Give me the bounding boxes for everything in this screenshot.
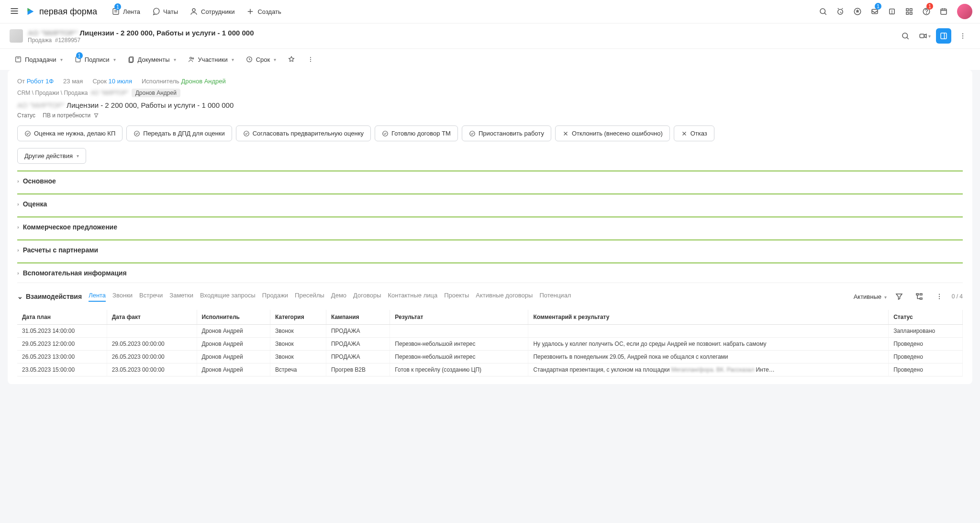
tab-Контактные лица[interactable]: Контактные лица [388, 292, 437, 302]
alert-button[interactable] [884, 4, 900, 19]
tree-button[interactable] [912, 289, 927, 304]
svg-point-36 [962, 35, 963, 36]
col-header[interactable]: Категория [270, 310, 326, 325]
svg-point-19 [892, 13, 892, 13]
col-header[interactable]: Исполнитель [197, 310, 270, 325]
section-Расчеты с партнерами[interactable]: ›Расчеты с партнерами [17, 240, 963, 260]
panel-toggle[interactable] [936, 28, 951, 44]
toolbar-more[interactable] [302, 53, 319, 66]
svg-point-9 [820, 9, 825, 14]
svg-line-10 [824, 13, 826, 15]
table-row[interactable]: 31.05.2023 14:00:00Дронов АндрейЗвонокПР… [17, 325, 963, 338]
section-Оценка[interactable]: ›Оценка [17, 194, 963, 214]
participants-button[interactable]: Участники▾ [183, 53, 239, 66]
menu-toggle[interactable] [8, 4, 21, 19]
subtasks-button[interactable]: Подзадачи▾ [10, 53, 67, 66]
table-row[interactable]: 23.05.2023 15:00:0023.05.2023 00:00:00Др… [17, 364, 963, 376]
nav-feed-label: Лента [123, 8, 140, 15]
action-reject[interactable]: Отклонить (внесено ошибочно) [555, 125, 670, 141]
page-type-icon [10, 29, 23, 43]
action-approve[interactable]: Согласовать предварительную оценку [236, 125, 371, 141]
table-row[interactable]: 29.05.2023 12:00:0029.05.2023 00:00:00Др… [17, 338, 963, 351]
user-icon [189, 7, 198, 16]
subtasks-icon [14, 56, 22, 63]
alert-icon [888, 7, 896, 16]
apps-button[interactable] [902, 4, 917, 19]
from-link[interactable]: Робот 1Ф [27, 78, 54, 85]
tab-Лента[interactable]: Лента [89, 292, 106, 302]
tab-Входящие запросы[interactable]: Входящие запросы [200, 292, 256, 302]
tab-Пресейлы[interactable]: Пресейлы [295, 292, 324, 302]
help-button[interactable]: 1 [919, 4, 934, 19]
alarm-button[interactable] [833, 4, 848, 19]
tab-Демо[interactable]: Демо [331, 292, 346, 302]
nav-staff-label: Сотрудники [201, 8, 234, 15]
nav-feed[interactable]: Лента 1 [107, 4, 145, 19]
col-header[interactable]: Дата факт [107, 310, 197, 325]
calendar-button[interactable] [936, 4, 951, 19]
action-to-dpd[interactable]: Передать в ДПД для оценки [126, 125, 232, 141]
deadline-link[interactable]: 10 июля [109, 78, 132, 85]
page-subtitle: Продажа #1289957 [28, 37, 893, 44]
filter-active[interactable]: Активные ▾ [854, 293, 887, 300]
table-more[interactable] [932, 289, 947, 304]
executor-link[interactable]: Дронов Андрей [181, 78, 225, 85]
interactions-toggle[interactable]: ⌄Взаимодействия [17, 293, 82, 300]
content: От Робот 1Ф 23 мая Срок 10 июля Исполнит… [8, 70, 972, 384]
nav-staff[interactable]: Сотрудники [185, 4, 239, 19]
deadline-button[interactable]: Срок▾ [241, 53, 281, 66]
nav-chats[interactable]: Чаты [147, 4, 183, 19]
svg-point-35 [962, 33, 963, 34]
col-header[interactable]: Комментарий к результату [528, 310, 889, 325]
breadcrumb-tag[interactable]: Дронов Андрей [132, 89, 180, 97]
svg-rect-63 [920, 298, 922, 299]
document-icon [127, 56, 135, 63]
alarm-icon [836, 7, 845, 16]
avatar[interactable] [957, 4, 972, 19]
signatures-button[interactable]: 1 Подписи▾ [69, 53, 121, 66]
nav-create[interactable]: Создать [241, 4, 286, 19]
col-header[interactable]: Результат [390, 310, 528, 325]
favorite-button[interactable] [283, 53, 300, 66]
svg-point-65 [939, 296, 940, 297]
documents-button[interactable]: Документы▾ [122, 53, 181, 66]
table-row[interactable]: 26.05.2023 13:00:0026.05.2023 00:00:00Др… [17, 351, 963, 364]
section-Коммерческое предложение[interactable]: ›Коммерческое предложение [17, 217, 963, 237]
row-count: 0 / 4 [952, 293, 963, 300]
tab-Звонки[interactable]: Звонки [112, 292, 133, 302]
col-header[interactable]: Дата план [17, 310, 107, 325]
action-no-eval[interactable]: Оценка не нужна, делаю КП [17, 125, 122, 141]
tree-icon [915, 292, 924, 301]
action-more[interactable]: Другие действия▾ [17, 148, 86, 164]
nav-items: Лента 1 Чаты Сотрудники Создать [107, 4, 286, 19]
help-badge: 1 [926, 3, 933, 10]
col-header[interactable]: Статус [889, 310, 963, 325]
filter-small-icon [93, 113, 99, 118]
search-button[interactable] [815, 4, 831, 19]
action-pause[interactable]: Приостановить работу [462, 125, 551, 141]
logo[interactable]: первая форма [25, 6, 97, 17]
col-header[interactable]: Кампания [326, 310, 390, 325]
meta-row: От Робот 1Ф 23 мая Срок 10 июля Исполнит… [17, 78, 963, 85]
tab-Активные договоры[interactable]: Активные договоры [476, 292, 533, 302]
action-decline[interactable]: Отказ [674, 125, 714, 141]
tab-Потенциал[interactable]: Потенциал [539, 292, 571, 302]
star-button[interactable] [850, 4, 865, 19]
svg-rect-38 [16, 57, 21, 62]
svg-rect-33 [941, 33, 947, 39]
more-button[interactable] [955, 28, 970, 44]
filter-button[interactable] [891, 289, 907, 304]
tab-Договоры[interactable]: Договоры [353, 292, 381, 302]
tab-Заметки[interactable]: Заметки [169, 292, 193, 302]
tab-Продажи[interactable]: Продажи [262, 292, 288, 302]
section-Основное[interactable]: ›Основное [17, 171, 963, 191]
tab-Проекты[interactable]: Проекты [444, 292, 469, 302]
section-Вспомогательная информация[interactable]: ›Вспомогательная информация [17, 263, 963, 283]
tab-Встречи[interactable]: Встречи [139, 292, 163, 302]
check-icon [382, 130, 389, 137]
svg-point-52 [25, 131, 31, 136]
action-contract[interactable]: Готовлю договор ТМ [375, 125, 458, 141]
video-button[interactable]: ▾ [917, 28, 932, 44]
inbox-button[interactable]: 1 [867, 4, 882, 19]
page-search-button[interactable] [898, 28, 913, 44]
